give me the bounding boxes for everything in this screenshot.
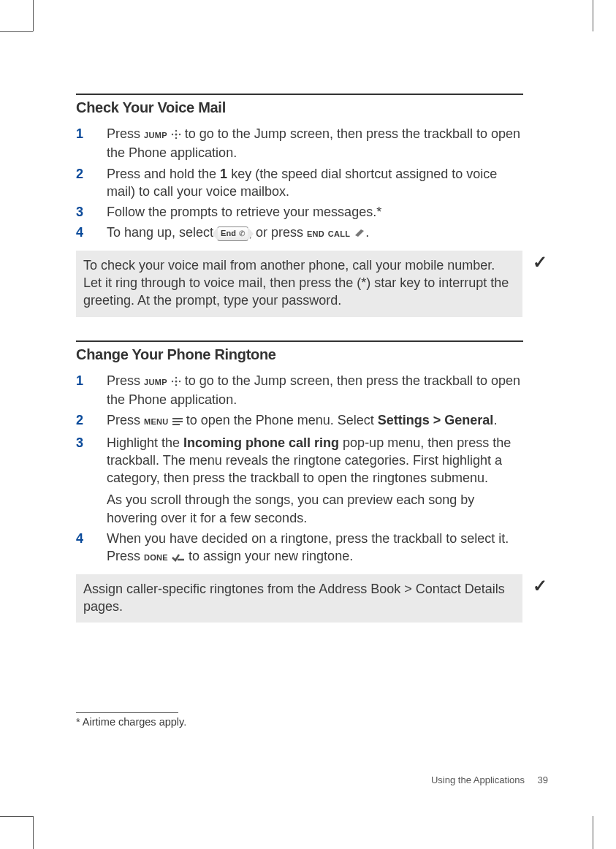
step-number: 2 — [76, 165, 107, 201]
tip-row: To check your voice mail from another ph… — [76, 251, 547, 317]
step-text: Press and hold the 1 key (the speed dial… — [107, 165, 523, 201]
step: 4 To hang up, select End✆, or press end … — [76, 224, 523, 243]
jump-icon — [171, 373, 181, 391]
step-number: 4 — [76, 530, 107, 567]
end-call-icon — [354, 225, 365, 243]
step-number: 2 — [76, 411, 107, 430]
section-ringtone: Change Your Phone Ringtone 1 Press jump … — [76, 340, 547, 623]
step-number: 1 — [76, 125, 107, 162]
svg-rect-10 — [172, 418, 183, 419]
step-text: When you have decided on a ringtone, pre… — [107, 530, 523, 567]
menu-icon — [172, 413, 183, 430]
page-content: Check Your Voice Mail 1 Press jump to go… — [76, 94, 547, 646]
tip-row: Assign caller-specific ringtones from th… — [76, 574, 547, 623]
svg-point-2 — [175, 137, 177, 139]
step: 2 Press and hold the 1 key (the speed di… — [76, 165, 523, 201]
jump-key-label: jump — [144, 128, 167, 140]
step-number: 3 — [76, 203, 107, 221]
step: 3 Highlight the Incoming phone call ring… — [76, 434, 523, 527]
svg-point-1 — [175, 130, 177, 132]
svg-rect-12 — [172, 424, 180, 425]
svg-point-4 — [179, 134, 180, 135]
svg-point-8 — [172, 380, 173, 381]
jump-key-label: jump — [144, 375, 167, 387]
tip-voice-mail: To check your voice mail from another ph… — [76, 251, 522, 317]
footnote: * Airtime charges apply. — [76, 716, 186, 728]
step-number: 1 — [76, 372, 107, 409]
steps-ringtone: 1 Press jump to go to the Jump screen, t… — [76, 372, 523, 567]
section-voice-mail: Check Your Voice Mail 1 Press jump to go… — [76, 94, 547, 317]
footnote-rule — [76, 712, 178, 713]
svg-point-3 — [172, 134, 173, 135]
step: 3 Follow the prompts to retrieve your me… — [76, 203, 523, 221]
step-number: 4 — [76, 224, 107, 243]
check-icon: ✓ — [522, 251, 547, 271]
svg-point-6 — [175, 376, 177, 378]
step-text: Highlight the Incoming phone call ring p… — [107, 434, 523, 527]
step-text: Press jump to go to the Jump screen, the… — [107, 372, 523, 409]
step: 1 Press jump to go to the Jump screen, t… — [76, 125, 523, 162]
svg-point-5 — [175, 380, 177, 382]
done-icon — [172, 549, 185, 566]
jump-icon — [171, 126, 181, 144]
heading-voice-mail: Check Your Voice Mail — [76, 99, 547, 116]
svg-point-9 — [179, 380, 180, 381]
footer-label: Using the Applications — [431, 774, 525, 785]
svg-point-7 — [175, 384, 177, 385]
section-rule — [76, 94, 523, 95]
step: 4 When you have decided on a ringtone, p… — [76, 530, 523, 567]
page-footer: Using the Applications 39 — [76, 774, 548, 785]
step: 1 Press jump to go to the Jump screen, t… — [76, 372, 523, 409]
section-rule — [76, 340, 523, 342]
tip-ringtone: Assign caller-specific ringtones from th… — [76, 574, 522, 623]
step-text: Press jump to go to the Jump screen, the… — [107, 125, 523, 162]
step-number: 3 — [76, 434, 107, 527]
done-key-label: done — [144, 550, 168, 563]
step: 2 Press menu to open the Phone menu. Sel… — [76, 411, 523, 430]
step-text: Follow the prompts to retrieve your mess… — [107, 203, 523, 221]
svg-point-0 — [175, 134, 177, 136]
check-icon: ✓ — [522, 574, 547, 595]
heading-ringtone: Change Your Phone Ringtone — [76, 346, 547, 363]
menu-key-label: menu — [144, 414, 169, 427]
end-button-graphic: End✆ — [217, 226, 248, 241]
steps-voice-mail: 1 Press jump to go to the Jump screen, t… — [76, 125, 523, 243]
step-text: To hang up, select End✆, or press end ca… — [107, 224, 523, 243]
end-call-key-label: end call — [307, 226, 350, 239]
step-text: Press menu to open the Phone menu. Selec… — [107, 411, 523, 430]
step-extra: As you scroll through the songs, you can… — [107, 491, 523, 527]
page-number: 39 — [538, 774, 548, 785]
svg-rect-11 — [172, 421, 183, 422]
